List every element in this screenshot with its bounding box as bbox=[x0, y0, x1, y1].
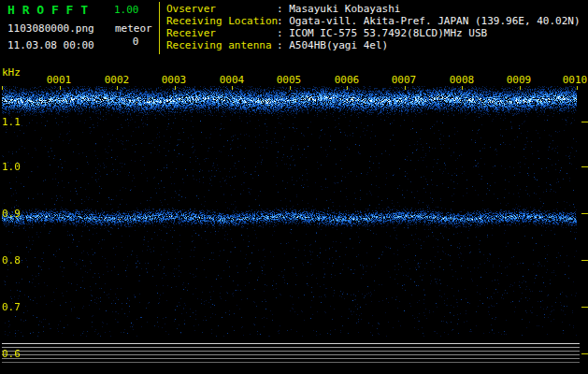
time-axis-label-1: 0001 bbox=[46, 74, 72, 86]
freq-axis-unit-label: kHz bbox=[2, 66, 21, 79]
station-info-row-antenna: Receiving antenna: A504HB(yagi 4el) bbox=[166, 39, 581, 51]
app-title: H R O F F T bbox=[7, 3, 88, 17]
time-axis-label-9: 0009 bbox=[506, 74, 532, 86]
location-label: Receiving Location bbox=[166, 15, 277, 27]
freq-axis-label-4: 0.7 bbox=[2, 301, 21, 313]
freq-axis-label-1: 1.0 bbox=[2, 161, 21, 173]
freq-axis-label-5: 0.6 bbox=[2, 348, 21, 360]
location-value: : Ogata-vill. Akita-Pref. JAPAN (139.96E… bbox=[277, 15, 581, 27]
observation-timestamp: 11.03.08 00:00 bbox=[7, 39, 94, 51]
station-info-row-location: Receiving Location: Ogata-vill. Akita-Pr… bbox=[166, 15, 581, 27]
freq-axis-label-2: 0.9 bbox=[2, 208, 21, 220]
spectrogram-canvas bbox=[2, 86, 588, 374]
time-axis-label-6: 0006 bbox=[334, 74, 360, 86]
app-version: 1.00 bbox=[114, 4, 139, 16]
time-axis-label-5: 0005 bbox=[276, 74, 302, 86]
time-axis-label-8: 0008 bbox=[449, 74, 475, 86]
receiver-value: : ICOM IC-575 53.7492(8LCD)MHz USB bbox=[277, 27, 487, 39]
meteor-counter-label: meteor bbox=[115, 22, 152, 35]
receiver-label: Receiver bbox=[166, 27, 277, 39]
header-divider bbox=[159, 2, 160, 54]
time-axis-label-3: 0003 bbox=[161, 74, 187, 86]
observer-value: : Masayuki Kobayashi bbox=[277, 3, 400, 15]
observer-label: Ovserver bbox=[166, 3, 277, 15]
station-info-row-observer: Ovserver: Masayuki Kobayashi bbox=[166, 3, 581, 15]
antenna-value: : A504HB(yagi 4el) bbox=[277, 39, 388, 51]
station-info-row-receiver: Receiver: ICOM IC-575 53.7492(8LCD)MHz U… bbox=[166, 27, 581, 39]
output-filename: 1103080000.png bbox=[7, 22, 94, 35]
antenna-label: Receiving antenna bbox=[166, 39, 277, 51]
time-axis-label-2: 0002 bbox=[104, 74, 130, 86]
time-axis-label-10: 0010 bbox=[562, 74, 588, 86]
time-axis-label-7: 0007 bbox=[391, 74, 417, 86]
station-info-panel: Ovserver: Masayuki Kobayashi Receiving L… bbox=[166, 3, 581, 51]
time-axis-label-4: 0004 bbox=[219, 74, 245, 86]
freq-axis-label-3: 0.8 bbox=[2, 254, 21, 266]
meteor-counter-value: 0 bbox=[115, 36, 156, 48]
freq-axis-label-0: 1.1 bbox=[2, 116, 21, 128]
hrofft-screen: H R O F F T 1.00 1103080000.png meteor 0… bbox=[0, 0, 588, 374]
